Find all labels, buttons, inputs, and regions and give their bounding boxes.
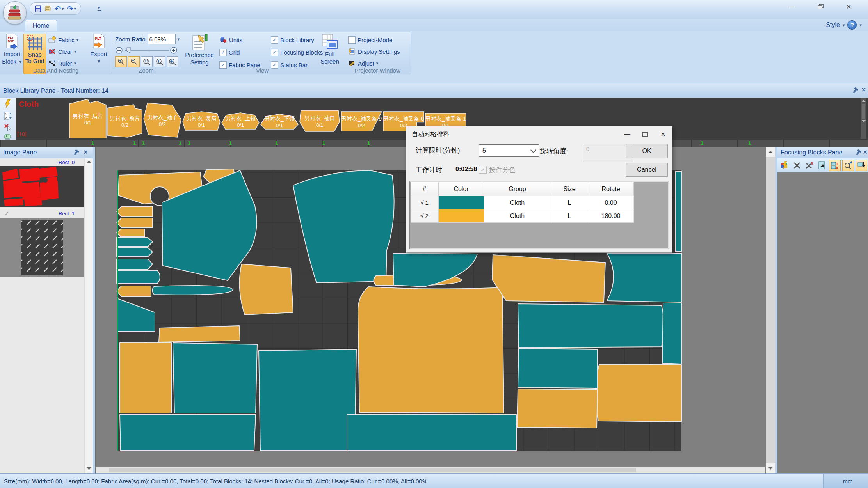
nesting-table[interactable]: #ColorGroupSizeRotate√ 1ClothL0.00√ 2Clo… bbox=[411, 182, 634, 223]
checkbox-icon[interactable]: ✓ bbox=[271, 49, 278, 56]
zoom-fit-all-button[interactable] bbox=[167, 56, 178, 67]
auto-grid-nesting-dialog[interactable]: 自动对格排料 — × 计算限时(分钟) 5 旋转角度: 0 OK 工作计时 0:… bbox=[406, 126, 672, 253]
nested-piece[interactable] bbox=[518, 348, 598, 388]
nested-piece[interactable] bbox=[153, 286, 233, 295]
block-scroll-thumb[interactable] bbox=[862, 104, 865, 119]
tab-home[interactable]: Home bbox=[25, 20, 57, 32]
block-thumbnail[interactable]: 男衬衣_袖口0/1 bbox=[300, 110, 340, 131]
view-check-units[interactable]: Units bbox=[219, 35, 260, 44]
table-row-number[interactable]: √ 1 bbox=[411, 196, 439, 209]
block-thumbnail[interactable]: 男衬衣_前片0/2 bbox=[108, 105, 142, 137]
zoom-ratio-combo[interactable]: 6.69% bbox=[148, 34, 176, 44]
nested-piece[interactable] bbox=[117, 270, 160, 284]
block-library-close-icon[interactable]: × bbox=[861, 86, 866, 93]
delete-icon[interactable] bbox=[792, 160, 802, 171]
nested-piece[interactable] bbox=[259, 349, 356, 451]
image-pane-close-icon[interactable]: × bbox=[84, 149, 88, 156]
canvas-scroll-up[interactable] bbox=[766, 147, 775, 157]
nested-piece[interactable] bbox=[117, 229, 145, 237]
nested-piece[interactable] bbox=[662, 303, 681, 364]
image-pane-scroll-down-icon[interactable] bbox=[87, 467, 91, 470]
ruler-dropdown-caret[interactable]: ▾ bbox=[74, 61, 76, 66]
dialog-minimize-button[interactable]: — bbox=[618, 126, 636, 142]
color-by-piece-checkbox[interactable]: ✓ bbox=[479, 166, 487, 174]
export-button[interactable]: PLT Export ▼ bbox=[88, 34, 109, 65]
nested-piece[interactable] bbox=[117, 248, 153, 257]
block-thumbnail[interactable]: 男衬衣_后片0/1 bbox=[69, 99, 106, 138]
canvas-horizontal-scroll-thumb[interactable] bbox=[109, 468, 636, 472]
adjust-button[interactable]: Adjust ▾ bbox=[348, 59, 378, 68]
restore-button[interactable] bbox=[812, 2, 830, 12]
table-cell-size[interactable]: L bbox=[551, 209, 588, 223]
nested-piece[interactable] bbox=[595, 365, 681, 422]
thumbnail-label-rect0[interactable]: Rect_0 bbox=[59, 160, 75, 165]
zoom-in-button[interactable] bbox=[115, 56, 127, 67]
focusing-pane-close-icon[interactable]: × bbox=[863, 149, 867, 156]
image-pane-pin-icon[interactable] bbox=[75, 150, 76, 157]
nested-piece[interactable] bbox=[347, 415, 516, 451]
project-mode-checkbox[interactable] bbox=[348, 36, 356, 44]
view-check-grid[interactable]: ✓Grid bbox=[219, 48, 260, 57]
checkbox-icon[interactable]: ✓ bbox=[219, 49, 227, 56]
zoom-ratio-caret[interactable]: ▾ bbox=[178, 37, 180, 42]
ok-button[interactable]: OK bbox=[626, 144, 668, 158]
full-screen-button[interactable]: Full Screen bbox=[318, 34, 342, 65]
preference-setting-button[interactable]: Preference Setting bbox=[183, 34, 215, 66]
undo-dropdown-caret[interactable]: ▾ bbox=[62, 6, 64, 11]
cancel-button[interactable]: Cancel bbox=[626, 163, 668, 177]
nested-piece[interactable] bbox=[120, 343, 171, 413]
redo-dropdown-caret[interactable]: ▾ bbox=[74, 6, 76, 11]
fabric-button[interactable]: Fabric ▾ bbox=[48, 35, 78, 44]
block-thumbnail[interactable]: 男衬衣_复肩0/1 bbox=[183, 112, 220, 130]
adjust-dropdown-caret[interactable]: ▾ bbox=[376, 61, 379, 66]
copy-block-icon[interactable] bbox=[816, 160, 827, 171]
table-cell-size[interactable]: L bbox=[551, 196, 588, 209]
nested-piece[interactable] bbox=[240, 264, 293, 315]
nested-piece[interactable] bbox=[173, 343, 257, 413]
style-dropdown-caret[interactable]: ▾ bbox=[843, 23, 845, 28]
nested-piece[interactable] bbox=[117, 259, 153, 269]
zoom-one-to-one-button[interactable]: 1:1 bbox=[141, 56, 153, 67]
focus-zoom-icon[interactable] bbox=[842, 160, 854, 171]
focusing-pane-pin-icon[interactable] bbox=[857, 150, 859, 157]
dialog-title-bar[interactable]: 自动对格排料 — × bbox=[406, 126, 672, 142]
undo-button[interactable]: ↶ ▾ bbox=[55, 5, 64, 12]
fabric-thumbnail-rect0[interactable] bbox=[0, 166, 84, 207]
block-library-scrollbar[interactable] bbox=[861, 98, 866, 139]
block-library-pin-icon[interactable] bbox=[854, 88, 856, 95]
customize-qat-button[interactable]: ▾▔ bbox=[98, 5, 101, 16]
nested-piece[interactable] bbox=[517, 389, 598, 428]
view-check-block-library[interactable]: ✓Block Library bbox=[271, 35, 323, 44]
table-color-swatch[interactable] bbox=[439, 196, 484, 209]
dialog-close-button[interactable]: × bbox=[654, 126, 672, 142]
checkbox-icon[interactable]: ✓ bbox=[271, 36, 278, 44]
block-thumbnail[interactable]: 男衬衣_袖叉条-90/2 bbox=[341, 112, 382, 131]
unit-indicator[interactable]: mm bbox=[823, 474, 868, 488]
display-settings-button[interactable]: Display Settings bbox=[348, 47, 400, 56]
nested-piece[interactable] bbox=[120, 415, 256, 451]
table-color-swatch[interactable] bbox=[439, 209, 484, 223]
help-dropdown-caret[interactable]: ▾ bbox=[859, 23, 862, 28]
save-button[interactable] bbox=[35, 5, 41, 12]
canvas-scroll-down[interactable] bbox=[766, 463, 775, 473]
style-label[interactable]: Style bbox=[826, 21, 840, 28]
nested-piece[interactable] bbox=[117, 286, 151, 296]
view-check-focusing-blocks[interactable]: ✓Focusing Blocks bbox=[271, 48, 323, 57]
color-blocks-icon[interactable] bbox=[779, 160, 790, 171]
delete-all-icon[interactable]: 0 bbox=[804, 160, 815, 171]
app-menu-button[interactable] bbox=[3, 1, 27, 25]
fabric-dropdown-caret[interactable]: ▾ bbox=[76, 37, 79, 43]
block-scroll-down-icon[interactable] bbox=[862, 120, 866, 122]
block-thumbnail[interactable]: 男衬衣_上领0/1 bbox=[222, 113, 259, 129]
nested-piece[interactable] bbox=[492, 255, 605, 302]
nested-piece[interactable] bbox=[518, 304, 664, 348]
block-scroll-up-icon[interactable] bbox=[862, 100, 866, 102]
image-pane-scrollbar[interactable] bbox=[84, 158, 93, 473]
block-thumbnail[interactable]: 男衬衣_袖子0/2 bbox=[144, 103, 181, 137]
export-dropdown-caret[interactable]: ▼ bbox=[97, 58, 101, 65]
focus-count-icon[interactable]: 10 bbox=[829, 160, 841, 171]
table-cell-rotate[interactable]: 0.00 bbox=[588, 196, 634, 209]
ruler-button[interactable]: Ruler ▾ bbox=[48, 59, 76, 68]
clear-dropdown-caret[interactable]: ▾ bbox=[74, 49, 76, 54]
table-cell-rotate[interactable]: 180.00 bbox=[588, 209, 634, 223]
